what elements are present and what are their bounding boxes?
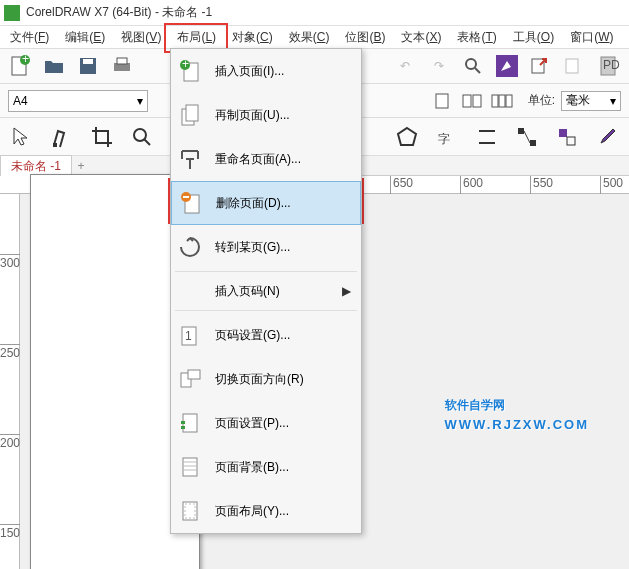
crop-tool-icon[interactable] [88, 123, 116, 151]
layout-menu-dropdown: + 插入页面(I)... 再制页面(U)... 重命名页面(A)... 删除页面… [170, 48, 362, 534]
pdf-icon[interactable]: PDF [597, 54, 621, 78]
svg-rect-15 [463, 95, 471, 107]
add-page-button[interactable]: + [72, 159, 90, 173]
ruler-tick: 550 [530, 176, 553, 194]
svg-rect-17 [492, 95, 498, 107]
save-icon[interactable] [76, 54, 100, 78]
menu-rename-page[interactable]: 重命名页面(A)... [171, 137, 361, 181]
units-select[interactable]: 毫米 ▾ [561, 91, 621, 111]
svg-line-22 [144, 139, 150, 145]
menu-view[interactable]: 视图(V) [113, 26, 169, 48]
svg-rect-47 [181, 426, 185, 429]
page-single-icon[interactable] [430, 89, 454, 113]
menu-separator [175, 310, 357, 311]
menu-page-background[interactable]: 页面背景(B)... [171, 445, 361, 489]
polygon-tool-icon[interactable] [393, 123, 421, 151]
page-facing-icon[interactable] [490, 89, 514, 113]
menu-effect[interactable]: 效果(C) [281, 26, 338, 48]
menu-duplicate-page[interactable]: 再制页面(U)... [171, 93, 361, 137]
page-setup-icon [177, 410, 203, 436]
redo-icon[interactable]: ↷ [427, 54, 451, 78]
menu-bar: 文件(F) 编辑(E) 视图(V) 布局(L) 对象(C) 效果(C) 位图(B… [0, 26, 629, 48]
paper-size-select[interactable]: A4 ▾ [8, 90, 148, 112]
shape-tool-icon[interactable] [48, 123, 76, 151]
open-icon[interactable] [42, 54, 66, 78]
menu-item-label: 转到某页(G)... [215, 239, 290, 256]
paper-size-value: A4 [13, 94, 28, 108]
menu-item-label: 删除页面(D)... [216, 195, 291, 212]
menu-table[interactable]: 表格(T) [449, 26, 504, 48]
svg-rect-19 [506, 95, 512, 107]
menu-insert-page[interactable]: + 插入页面(I)... [171, 49, 361, 93]
search-icon[interactable] [461, 54, 485, 78]
connector-tool-icon[interactable] [513, 123, 541, 151]
svg-rect-36 [186, 105, 198, 121]
page-num-icon: 1 [177, 322, 203, 348]
menu-item-label: 重命名页面(A)... [215, 151, 301, 168]
menu-page-number-settings[interactable]: 1 页码设置(G)... [171, 313, 361, 357]
menu-object[interactable]: 对象(C) [224, 26, 281, 48]
menu-item-label: 切换页面方向(R) [215, 371, 304, 388]
svg-rect-18 [499, 95, 505, 107]
menu-goto-page[interactable]: 转到某页(G)... [171, 225, 361, 269]
menu-page-layout[interactable]: 页面布局(Y)... [171, 489, 361, 533]
menu-insert-page-number[interactable]: 插入页码(N) ▶ [171, 274, 361, 308]
svg-point-7 [466, 59, 476, 69]
svg-rect-20 [53, 143, 57, 147]
import-icon[interactable] [529, 54, 553, 78]
svg-rect-6 [117, 58, 127, 64]
text-tool-icon[interactable]: 字 [433, 123, 461, 151]
svg-rect-4 [83, 59, 93, 64]
menu-delete-page[interactable]: 删除页面(D)... [171, 181, 361, 225]
watermark-main: 软件自学网 [445, 398, 505, 412]
menu-bitmap[interactable]: 位图(B) [337, 26, 393, 48]
svg-rect-10 [532, 59, 544, 73]
menu-item-label: 插入页面(I)... [215, 63, 284, 80]
svg-rect-48 [183, 458, 197, 476]
ruler-tick: 300 [0, 254, 20, 270]
menu-file[interactable]: 文件(F) [2, 26, 57, 48]
svg-rect-31 [567, 137, 575, 145]
svg-text:+: + [182, 59, 189, 71]
menu-item-label: 页面布局(Y)... [215, 503, 289, 520]
units-value: 毫米 [566, 92, 590, 109]
launch-icon[interactable] [495, 54, 519, 78]
svg-rect-40 [183, 196, 189, 198]
menu-switch-orientation[interactable]: 切换页面方向(R) [171, 357, 361, 401]
menu-separator [175, 271, 357, 272]
menu-edit[interactable]: 编辑(E) [57, 26, 113, 48]
page-multi-icon[interactable] [460, 89, 484, 113]
ruler-tick: 250 [0, 344, 20, 360]
export-icon[interactable] [563, 54, 587, 78]
svg-rect-16 [473, 95, 481, 107]
interactive-tool-icon[interactable] [553, 123, 581, 151]
chevron-down-icon: ▾ [610, 94, 616, 108]
undo-icon[interactable]: ↶ [393, 54, 417, 78]
new-doc-icon[interactable]: + [8, 54, 32, 78]
vertical-ruler: 300 250 200 150 [0, 194, 20, 569]
page-dup-icon [177, 102, 203, 128]
menu-text[interactable]: 文本(X) [393, 26, 449, 48]
menu-item-label: 页码设置(G)... [215, 327, 290, 344]
svg-rect-44 [188, 370, 200, 379]
page-rename-icon [177, 146, 203, 172]
svg-text:PDF: PDF [603, 58, 620, 72]
ruler-tick: 150 [0, 524, 20, 540]
svg-rect-27 [518, 128, 524, 134]
ruler-tick: 500 [600, 176, 623, 194]
print-icon[interactable] [110, 54, 134, 78]
page-goto-icon [177, 234, 203, 260]
parallel-dim-icon[interactable] [473, 123, 501, 151]
ruler-tick: 200 [0, 434, 20, 450]
window-title: CorelDRAW X7 (64-Bit) - 未命名 -1 [26, 4, 212, 21]
menu-tools[interactable]: 工具(O) [505, 26, 562, 48]
menu-page-setup[interactable]: 页面设置(P)... [171, 401, 361, 445]
zoom-tool-icon[interactable] [128, 123, 156, 151]
menu-item-label: 页面设置(P)... [215, 415, 289, 432]
eyedropper-tool-icon[interactable] [593, 123, 621, 151]
menu-layout[interactable]: 布局(L) [169, 26, 224, 48]
pick-tool-icon[interactable] [8, 123, 36, 151]
svg-rect-28 [530, 140, 536, 146]
menu-window[interactable]: 窗口(W) [562, 26, 621, 48]
svg-text:+: + [22, 55, 29, 66]
